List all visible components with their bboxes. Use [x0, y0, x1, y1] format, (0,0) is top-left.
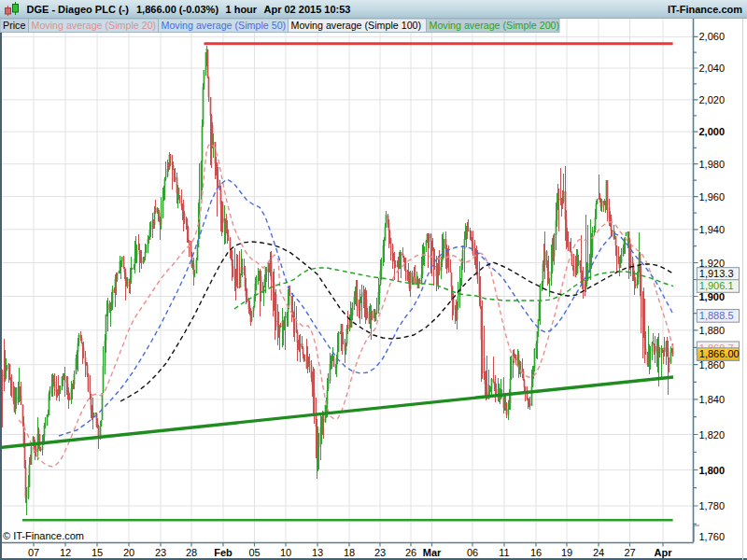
- svg-text:13: 13: [312, 547, 323, 558]
- svg-text:Moving average (Simple 100): Moving average (Simple 100): [291, 20, 422, 31]
- svg-text:20: 20: [123, 547, 134, 558]
- svg-text:2,020: 2,020: [699, 94, 726, 105]
- svg-text:Moving average (Simple 20): Moving average (Simple 20): [32, 20, 157, 31]
- svg-text:1,880: 1,880: [699, 325, 726, 336]
- svg-text:1,888.5: 1,888.5: [699, 310, 734, 321]
- svg-text:1,760: 1,760: [699, 531, 726, 542]
- svg-text:2,040: 2,040: [699, 63, 726, 74]
- svg-text:1,960: 1,960: [699, 191, 726, 203]
- svg-text:23: 23: [155, 547, 166, 558]
- svg-text:DGE - Diageo PLC (-): DGE - Diageo PLC (-): [27, 4, 130, 15]
- svg-text:© IT-Finance.com: © IT-Finance.com: [3, 530, 84, 541]
- svg-text:1,780: 1,780: [699, 500, 726, 511]
- svg-text:Price: Price: [3, 20, 25, 31]
- svg-text:18: 18: [344, 547, 355, 558]
- svg-text:1,820: 1,820: [699, 429, 726, 441]
- svg-text:05: 05: [248, 547, 260, 558]
- svg-text:2,060: 2,060: [699, 31, 726, 42]
- svg-text:15: 15: [92, 547, 103, 558]
- svg-text:Moving average (Simple 50): Moving average (Simple 50): [162, 20, 287, 31]
- svg-text:12: 12: [60, 547, 71, 558]
- svg-text:1,840: 1,840: [699, 394, 726, 405]
- svg-text:10: 10: [280, 547, 291, 558]
- svg-text:Feb: Feb: [214, 547, 233, 558]
- svg-text:1,920: 1,920: [699, 258, 726, 269]
- svg-text:27: 27: [624, 547, 635, 558]
- svg-text:IT-Finance.com: IT-Finance.com: [668, 4, 742, 15]
- svg-text:1,913.3: 1,913.3: [699, 268, 734, 279]
- svg-text:24: 24: [593, 547, 604, 558]
- svg-text:1,980: 1,980: [699, 159, 726, 170]
- svg-text:1,906.1: 1,906.1: [699, 280, 734, 291]
- svg-text:16: 16: [530, 547, 542, 558]
- svg-text:Moving average (Simple 200): Moving average (Simple 200): [430, 20, 560, 31]
- svg-text:06: 06: [467, 547, 478, 558]
- svg-text:1,866.00: 1,866.00: [699, 348, 740, 359]
- svg-text:2,000: 2,000: [699, 126, 726, 137]
- svg-text:26: 26: [405, 547, 416, 558]
- svg-text:28: 28: [186, 547, 197, 558]
- svg-text:1,940: 1,940: [699, 224, 726, 235]
- svg-text:1 hour: 1 hour: [226, 4, 258, 15]
- svg-text:11: 11: [499, 547, 509, 558]
- svg-text:19: 19: [561, 547, 572, 558]
- svg-text:Mar: Mar: [423, 547, 442, 558]
- svg-text:1,800: 1,800: [699, 465, 726, 476]
- svg-text:23: 23: [374, 547, 386, 558]
- svg-text:Apr: Apr: [655, 547, 673, 558]
- svg-text:07: 07: [28, 547, 39, 558]
- svg-text:Apr 02 2015 10:53: Apr 02 2015 10:53: [264, 4, 351, 15]
- svg-text:1,866.00 (-0.03%): 1,866.00 (-0.03%): [136, 4, 218, 15]
